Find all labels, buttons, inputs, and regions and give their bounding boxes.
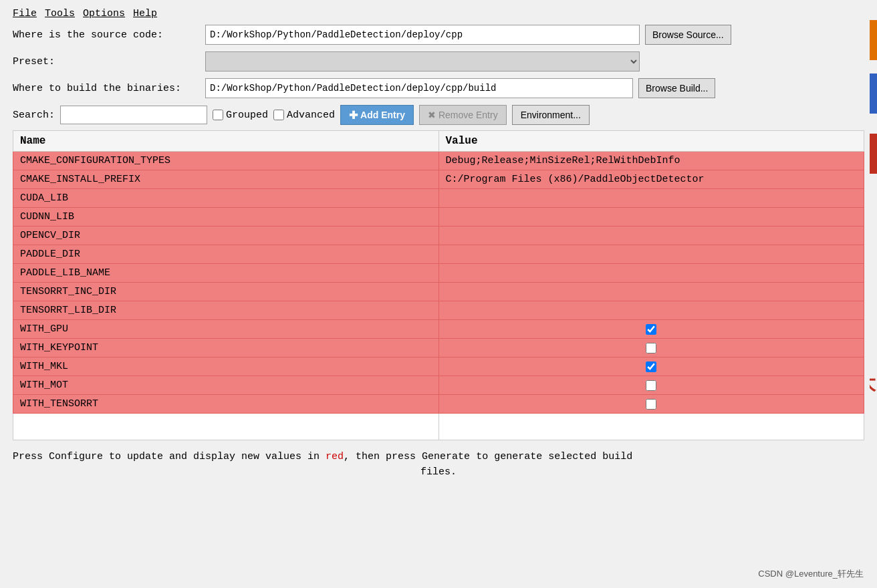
status-line2: files. (13, 465, 864, 480)
table-cell-value: Debug;Release;MinSizeRel;RelWithDebInfo (438, 152, 864, 170)
table-cell-name: WITH_MOT (13, 376, 439, 395)
value-checkbox[interactable] (646, 324, 656, 335)
browse-source-button[interactable]: Browse Source... (645, 25, 731, 45)
table-row[interactable]: WITH_MOT (13, 376, 864, 395)
table-row[interactable]: WITH_KEYPOINT (13, 339, 864, 357)
table-row[interactable]: OPENCV_DIR (13, 227, 864, 245)
menu-tools[interactable]: Tools (45, 8, 75, 19)
advanced-checkbox-label[interactable]: Advanced (273, 110, 335, 121)
table-cell-name: WITH_MKL (13, 357, 439, 376)
build-binaries-row: Where to build the binaries: Browse Buil… (13, 78, 864, 98)
table-row[interactable]: CMAKE_CONFIGURATION_TYPESDebug;Release;M… (13, 152, 864, 170)
grouped-label: Grouped (226, 110, 268, 121)
table-cell-name: CUDA_LIB (13, 189, 439, 208)
source-code-input[interactable] (205, 25, 640, 45)
table-cell-name: PADDLE_DIR (13, 245, 439, 264)
preset-label: Preset: (13, 56, 200, 67)
cmake-table: Name Value CMAKE_CONFIGURATION_TYPESDebu… (13, 130, 864, 440)
search-input[interactable] (60, 106, 207, 124)
table-row[interactable]: CMAKE_INSTALL_PREFIXC:/Program Files (x8… (13, 170, 864, 189)
add-entry-button[interactable]: ✚ Add Entry (340, 105, 414, 125)
table-row[interactable]: WITH_TENSORRT (13, 395, 864, 414)
table-cell-value: C:/Program Files (x86)/PaddleObjectDetec… (438, 170, 864, 189)
table-row[interactable]: PADDLE_DIR (13, 245, 864, 264)
table-cell-name: TENSORRT_INC_DIR (13, 283, 439, 301)
build-binaries-label: Where to build the binaries: (13, 83, 200, 94)
environment-button[interactable]: Environment... (512, 105, 590, 125)
remove-icon: ✖ (428, 110, 436, 120)
table-cell-value (438, 264, 864, 283)
watermark: CSDN @Leventure_轩先生 (758, 568, 864, 580)
table-cell-name: PADDLE_LIB_NAME (13, 264, 439, 283)
table-cell-value (438, 301, 864, 320)
table-row[interactable]: TENSORRT_INC_DIR (13, 283, 864, 301)
table-cell-name: WITH_KEYPOINT (13, 339, 439, 357)
browse-build-button[interactable]: Browse Build... (638, 78, 715, 98)
table-row[interactable]: CUDNN_LIB (13, 208, 864, 227)
table-cell-name: WITH_GPU (13, 320, 439, 339)
table-cell-value[interactable] (438, 395, 864, 414)
table-cell-value (438, 227, 864, 245)
grouped-checkbox[interactable] (213, 110, 223, 120)
preset-select[interactable] (205, 51, 640, 71)
table-cell-name: CMAKE_CONFIGURATION_TYPES (13, 152, 439, 170)
status-line1: Press Configure to update and display ne… (13, 450, 864, 465)
search-label: Search: (13, 110, 55, 121)
table-cell-name: CMAKE_INSTALL_PREFIX (13, 170, 439, 189)
preset-row: Preset: (13, 51, 864, 71)
table-cell-name: CUDNN_LIB (13, 208, 439, 227)
table-cell-value[interactable] (438, 376, 864, 395)
value-checkbox[interactable] (646, 343, 656, 353)
advanced-checkbox[interactable] (273, 110, 284, 120)
menu-file[interactable]: File (13, 8, 37, 19)
table-cell-value[interactable] (438, 339, 864, 357)
col-name-header: Name (13, 131, 439, 152)
table-row[interactable]: WITH_GPU (13, 320, 864, 339)
table-row[interactable]: PADDLE_LIB_NAME (13, 264, 864, 283)
table-row[interactable]: CUDA_LIB (13, 189, 864, 208)
remove-entry-button[interactable]: ✖ Remove Entry (419, 105, 507, 125)
remove-entry-label: Remove Entry (438, 110, 498, 120)
toolbar-row: Search: Grouped Advanced ✚ Add Entry ✖ R… (13, 105, 864, 125)
value-checkbox[interactable] (646, 399, 656, 410)
add-entry-label: Add Entry (360, 110, 405, 120)
menubar: File Tools Options Help (13, 5, 864, 25)
build-binaries-input[interactable] (205, 78, 633, 98)
add-icon: ✚ (349, 109, 358, 122)
value-checkbox[interactable] (646, 361, 656, 372)
table-cell-value[interactable] (438, 357, 864, 376)
col-value-header: Value (438, 131, 864, 152)
status-bar: Press Configure to update and display ne… (13, 446, 864, 484)
table-cell-value (438, 189, 864, 208)
value-checkbox[interactable] (646, 380, 656, 391)
grouped-checkbox-label[interactable]: Grouped (213, 110, 268, 121)
table-cell-value (438, 283, 864, 301)
table-cell-value (438, 208, 864, 227)
advanced-label: Advanced (287, 110, 335, 121)
menu-options[interactable]: Options (83, 8, 125, 19)
table-row[interactable]: TENSORRT_LIB_DIR (13, 301, 864, 320)
menu-help[interactable]: Help (133, 8, 157, 19)
table-cell-name: TENSORRT_LIB_DIR (13, 301, 439, 320)
table-cell-value (438, 245, 864, 264)
status-red-word: red (326, 451, 344, 462)
table-cell-value[interactable] (438, 320, 864, 339)
table-empty-row (13, 414, 864, 440)
table-cell-name: OPENCV_DIR (13, 227, 439, 245)
source-code-row: Where is the source code: Browse Source.… (13, 25, 864, 45)
table-row[interactable]: WITH_MKL (13, 357, 864, 376)
table-cell-name: WITH_TENSORRT (13, 395, 439, 414)
source-code-label: Where is the source code: (13, 29, 200, 41)
